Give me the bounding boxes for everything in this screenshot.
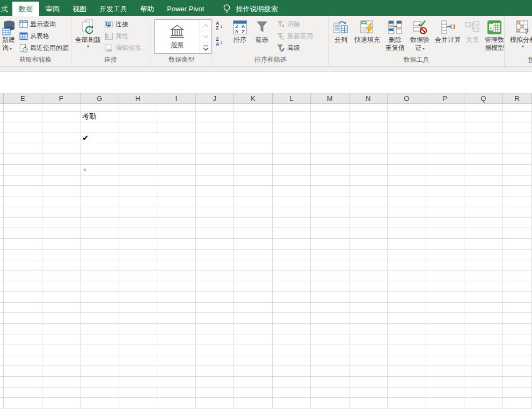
cell-G1[interactable] xyxy=(81,104,119,112)
cell-R24[interactable] xyxy=(503,345,532,356)
cell-sliver-19[interactable] xyxy=(0,292,4,303)
cell-Q11[interactable] xyxy=(464,207,503,218)
cell-E26[interactable] xyxy=(4,366,42,377)
cell-M20[interactable] xyxy=(311,303,349,313)
cell-O10[interactable] xyxy=(388,196,426,207)
cell-O8[interactable] xyxy=(388,176,426,186)
cell-G11[interactable] xyxy=(81,207,119,218)
cell-H11[interactable] xyxy=(119,207,158,218)
cell-N28[interactable] xyxy=(349,388,388,398)
cell-O12[interactable] xyxy=(388,218,426,229)
cell-P2[interactable] xyxy=(426,112,465,122)
cell-E12[interactable] xyxy=(4,218,42,229)
cell-P4[interactable] xyxy=(426,133,465,144)
text-to-columns-button[interactable]: 分列 xyxy=(330,17,352,44)
cell-P18[interactable] xyxy=(426,281,465,292)
cell-O6[interactable] xyxy=(388,154,426,165)
cell-K1[interactable] xyxy=(234,104,273,112)
cell-O22[interactable] xyxy=(388,324,426,334)
cell-R21[interactable] xyxy=(503,313,532,324)
cell-Q9[interactable] xyxy=(464,186,503,196)
cell-Q8[interactable] xyxy=(464,176,503,186)
column-header-R[interactable]: R xyxy=(503,93,532,104)
cell-N5[interactable] xyxy=(349,143,388,154)
cell-P23[interactable] xyxy=(426,334,465,345)
cell-P9[interactable] xyxy=(426,186,465,196)
cell-H6[interactable] xyxy=(119,154,158,165)
cell-K19[interactable] xyxy=(234,292,273,303)
cell-Q6[interactable] xyxy=(464,154,503,165)
cell-K16[interactable] xyxy=(234,260,273,271)
cell-F4[interactable] xyxy=(42,133,81,144)
column-header-P[interactable]: P xyxy=(426,93,465,104)
cell-P6[interactable] xyxy=(426,154,465,165)
cell-I24[interactable] xyxy=(157,345,196,356)
cell-P8[interactable] xyxy=(426,176,465,186)
cell-G21[interactable] xyxy=(81,313,119,324)
cell-P11[interactable] xyxy=(426,207,465,218)
cell-N3[interactable] xyxy=(349,122,388,133)
cell-I10[interactable] xyxy=(157,196,196,207)
cell-J9[interactable] xyxy=(196,186,235,196)
cell-E7[interactable] xyxy=(4,165,42,176)
cell-F10[interactable] xyxy=(42,196,81,207)
cell-N22[interactable] xyxy=(349,324,388,334)
cell-K2[interactable] xyxy=(234,112,273,122)
cell-R9[interactable] xyxy=(503,186,532,196)
cell-sliver-20[interactable] xyxy=(0,303,4,313)
cell-M11[interactable] xyxy=(311,207,349,218)
cell-G23[interactable] xyxy=(81,334,119,345)
cell-E18[interactable] xyxy=(4,281,42,292)
cell-L1[interactable] xyxy=(273,104,311,112)
cell-P5[interactable] xyxy=(426,143,465,154)
cell-K12[interactable] xyxy=(234,218,273,229)
cell-J1[interactable] xyxy=(196,104,235,112)
cell-N12[interactable] xyxy=(349,218,388,229)
cell-N8[interactable] xyxy=(349,176,388,186)
cell-L26[interactable] xyxy=(273,366,311,377)
cell-H24[interactable] xyxy=(119,345,158,356)
cell-O3[interactable] xyxy=(388,122,426,133)
cell-E2[interactable] xyxy=(4,112,42,122)
cell-P26[interactable] xyxy=(426,366,465,377)
cell-H4[interactable] xyxy=(119,133,158,144)
cell-I27[interactable] xyxy=(157,377,196,388)
cell-F25[interactable] xyxy=(42,355,81,366)
cell-M21[interactable] xyxy=(311,313,349,324)
cell-N27[interactable] xyxy=(349,377,388,388)
cell-M10[interactable] xyxy=(311,196,349,207)
cell-Q18[interactable] xyxy=(464,281,503,292)
cell-G16[interactable] xyxy=(81,260,119,271)
cell-sliver-2[interactable] xyxy=(0,112,4,122)
cell-sliver-15[interactable] xyxy=(0,250,4,260)
cell-O14[interactable] xyxy=(388,239,426,250)
cell-J15[interactable] xyxy=(196,250,235,260)
cell-F26[interactable] xyxy=(42,366,81,377)
column-header-H[interactable]: H xyxy=(119,93,158,104)
cell-H7[interactable] xyxy=(119,165,158,176)
cell-Q29[interactable] xyxy=(464,398,503,408)
cell-R28[interactable] xyxy=(503,388,532,398)
cell-R8[interactable] xyxy=(503,176,532,186)
cell-O18[interactable] xyxy=(388,281,426,292)
cell-N19[interactable] xyxy=(349,292,388,303)
recent-sources-button[interactable]: 最近使用的源 xyxy=(18,42,70,54)
cell-M6[interactable] xyxy=(311,154,349,165)
cell-E19[interactable] xyxy=(4,292,42,303)
cell-J25[interactable] xyxy=(196,355,235,366)
cell-H27[interactable] xyxy=(119,377,158,388)
column-header-F[interactable]: F xyxy=(42,93,81,104)
cell-sliver-1[interactable] xyxy=(0,104,4,112)
cell-F12[interactable] xyxy=(42,218,81,229)
cell-J26[interactable] xyxy=(196,366,235,377)
cell-G25[interactable] xyxy=(81,355,119,366)
cell-Q13[interactable] xyxy=(464,228,503,239)
cell-R17[interactable] xyxy=(503,271,532,281)
cell-N24[interactable] xyxy=(349,345,388,356)
cell-Q5[interactable] xyxy=(464,143,503,154)
cell-L15[interactable] xyxy=(273,250,311,260)
cell-K23[interactable] xyxy=(234,334,273,345)
cell-H9[interactable] xyxy=(119,186,158,196)
cell-Q3[interactable] xyxy=(464,122,503,133)
cell-Q10[interactable] xyxy=(464,196,503,207)
